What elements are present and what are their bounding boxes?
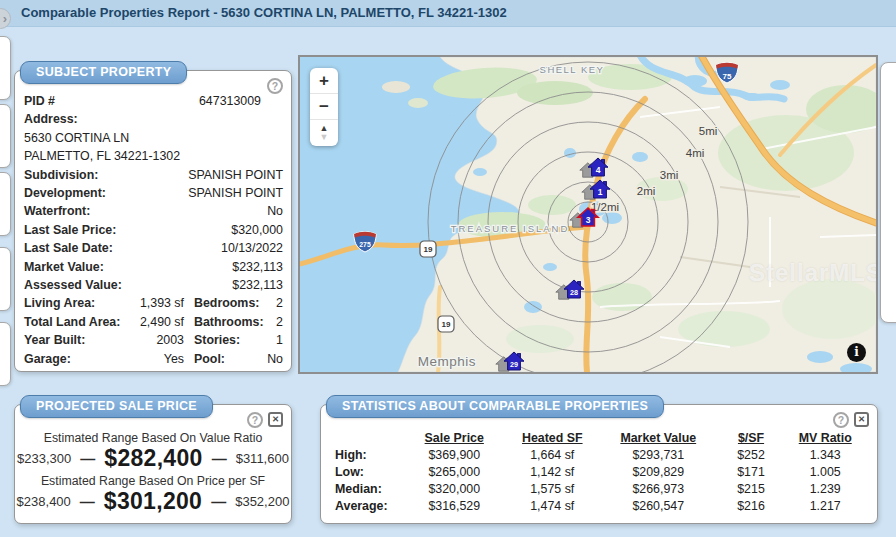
svg-text:275: 275 xyxy=(359,241,371,248)
field-pid: PID # 647313009 xyxy=(24,92,283,110)
zoom-out-button[interactable]: − xyxy=(310,94,338,120)
col-per-sf: $/SF xyxy=(717,429,786,446)
field-development: Development: SPANISH POINT xyxy=(24,184,283,202)
range-low: $233,300 xyxy=(17,451,71,466)
ring-label-2mi: 2mi xyxy=(637,185,656,197)
help-icon[interactable]: ? xyxy=(833,412,849,428)
marker-number: 28 xyxy=(570,288,578,297)
dash: — xyxy=(80,493,95,510)
svg-text:19: 19 xyxy=(424,245,433,254)
range-high: $311,600 xyxy=(236,451,289,466)
close-icon[interactable]: ✕ xyxy=(268,412,283,427)
field-waterfront: Waterfront: No xyxy=(24,202,283,220)
dash: — xyxy=(80,450,95,467)
svg-text:75: 75 xyxy=(723,72,732,81)
statistics-header-row: Sale Price Heated SF Market Value $/SF M… xyxy=(335,429,865,446)
ring-label-3mi: 3mi xyxy=(660,169,679,181)
range-high: $352,200 xyxy=(235,494,289,509)
left-collapsed-tab-2[interactable] xyxy=(0,104,11,168)
col-sale-price: Sale Price xyxy=(404,429,505,446)
svg-text:19: 19 xyxy=(442,320,451,329)
projected-sale-price-header: PROJECTED SALE PRICE xyxy=(20,395,213,418)
map-island xyxy=(382,81,410,93)
field-assessed-value: Assessed Value: $232,113 xyxy=(24,276,283,294)
subject-property-panel: ? PID # 647313009 Address: 5630 CORTINA … xyxy=(14,70,292,372)
left-collapsed-tab-4[interactable] xyxy=(0,247,11,311)
field-subdivision: Subdivision: SPANISH POINT xyxy=(24,166,283,184)
value-ratio-range: $233,300 — $282,400 — $311,600 xyxy=(15,445,291,472)
us-19-shield-icon-2: 19 xyxy=(438,316,454,332)
table-row-high: High: $369,900 1,664 sf $293,731 $252 1.… xyxy=(335,446,865,463)
map-canvas: 5mi 4mi 3mi 2mi 1/2mi SHELL KEY TREASURE… xyxy=(300,57,876,372)
range-low: $238,400 xyxy=(17,494,71,509)
field-living-area-bedrooms: Living Area: 1,393 sf Bedrooms: 2 xyxy=(24,294,283,312)
left-collapsed-tab-1[interactable] xyxy=(0,36,11,100)
range-estimate: $282,400 xyxy=(104,445,202,472)
col-market-value: Market Value xyxy=(600,429,717,446)
dash: — xyxy=(212,450,227,467)
field-garage-pool: Garage: Yes Pool: No xyxy=(24,350,283,368)
ring-label-5mi: 5mi xyxy=(699,125,718,137)
field-year-built-stories: Year Built: 2003 Stories: 1 xyxy=(24,331,283,349)
left-collapsed-tab-3[interactable] xyxy=(0,172,11,236)
field-market-value: Market Value: $232,113 xyxy=(24,258,283,276)
report-title-bar: Comparable Properties Report - 5630 CORT… xyxy=(0,0,896,27)
page-title: Comparable Properties Report - 5630 CORT… xyxy=(21,5,507,20)
marker-number: 29 xyxy=(510,360,518,369)
address-line-2: PALMETTO, FL 34221-1302 xyxy=(24,147,283,165)
projected-sale-price-panel: ? ✕ Estimated Range Based On Value Ratio… xyxy=(14,404,292,524)
field-address-label: Address: xyxy=(24,110,283,128)
zoom-spinner[interactable]: ▲ ▼ xyxy=(310,120,338,146)
spinner-down-icon[interactable]: ▼ xyxy=(320,133,329,142)
field-last-sale-price: Last Sale Price: $320,000 xyxy=(24,221,283,239)
table-row-median: Median: $320,000 1,575 sf $266,973 $215 … xyxy=(335,481,865,498)
marker-number: 4 xyxy=(596,165,601,175)
right-collapsed-panel[interactable] xyxy=(880,62,896,323)
map-zoom-control: + − ▲ ▼ xyxy=(310,68,338,146)
place-label-shell-key: SHELL KEY xyxy=(540,64,605,75)
marker-number: 1 xyxy=(598,187,603,197)
help-icon[interactable]: ? xyxy=(247,412,263,428)
table-row-low: Low: $265,000 1,142 sf $209,829 $171 1.0… xyxy=(335,463,865,480)
field-last-sale-date: Last Sale Date: 10/13/2022 xyxy=(24,239,283,257)
table-row-average: Average: $316,529 1,474 sf $260,547 $216… xyxy=(335,498,865,515)
value-ratio-range-title: Estimated Range Based On Value Ratio xyxy=(15,431,291,445)
statistics-panel: ? ✕ Sale Price Heated SF Market Value $/… xyxy=(320,404,878,524)
range-estimate: $301,200 xyxy=(104,488,202,515)
pid-value: 647313009 xyxy=(199,92,283,110)
field-land-area-bathrooms: Total Land Area: 2,490 sf Bathrooms: 2 xyxy=(24,313,283,331)
dash: — xyxy=(211,493,226,510)
comparables-map[interactable]: 5mi 4mi 3mi 2mi 1/2mi SHELL KEY TREASURE… xyxy=(298,55,878,374)
zoom-in-button[interactable]: + xyxy=(310,68,338,94)
left-collapsed-tab-5[interactable] xyxy=(0,322,11,386)
price-per-sf-range-title: Estimated Range Based On Price per SF xyxy=(15,474,291,488)
address-line-1: 5630 CORTINA LN xyxy=(24,129,283,147)
us-19-shield-icon: 19 xyxy=(420,241,436,257)
col-heated-sf: Heated SF xyxy=(505,429,600,446)
marker-number: 3 xyxy=(586,215,591,225)
statistics-table: Sale Price Heated SF Market Value $/SF M… xyxy=(335,429,865,515)
place-label-memphis: Memphis xyxy=(418,354,476,369)
map-island xyxy=(408,98,428,108)
map-info-icon[interactable]: i xyxy=(847,343,866,362)
col-mv-ratio: MV Ratio xyxy=(785,429,865,446)
help-icon[interactable]: ? xyxy=(267,78,283,94)
price-per-sf-range: $238,400 — $301,200 — $352,200 xyxy=(15,488,291,515)
place-label-treasure-island: TREASURE ISLAND xyxy=(451,223,570,234)
statistics-header: STATISTICS ABOUT COMPARABLE PROPERTIES xyxy=(326,395,664,418)
close-icon[interactable]: ✕ xyxy=(854,412,869,427)
subject-property-header: SUBJECT PROPERTY xyxy=(20,61,187,84)
ring-label-4mi: 4mi xyxy=(686,147,705,159)
